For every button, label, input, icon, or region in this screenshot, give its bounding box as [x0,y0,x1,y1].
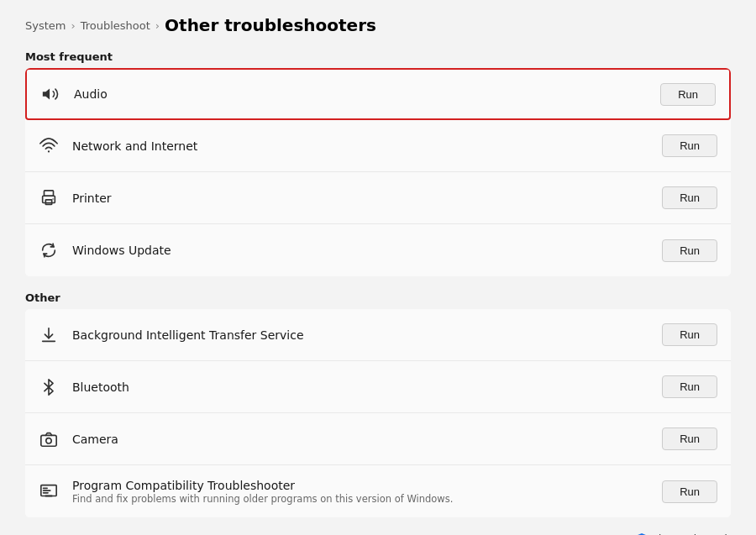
svg-rect-2 [45,190,54,195]
network-label: Network and Internet [72,139,648,153]
audio-run-button[interactable]: Run [660,83,716,106]
breadcrumb-system[interactable]: System [25,19,66,32]
program-compat-run-button[interactable]: Run [662,480,717,503]
breadcrumb-current: Other troubleshooters [165,15,376,35]
program-compat-label: Program Compatibility Troubleshooter [72,479,648,492]
svg-point-1 [48,150,50,152]
svg-marker-0 [43,89,50,100]
section-most-frequent: Most frequent Audio Run [25,50,731,276]
camera-icon [39,429,59,449]
camera-run-button[interactable]: Run [662,427,717,450]
most-frequent-list: Audio Run Network and Internet Run [25,68,731,276]
bluetooth-run-button[interactable]: Run [662,375,717,398]
printer-label: Printer [72,191,648,205]
svg-rect-8 [41,435,56,446]
section-other: Other Background Intelligent Transfer Se… [25,291,731,517]
section-label-most-frequent: Most frequent [25,50,731,63]
list-item-bluetooth: Bluetooth Run [25,361,731,413]
svg-rect-4 [45,199,51,204]
printer-icon [39,188,59,208]
network-run-button[interactable]: Run [662,134,717,157]
download-icon [39,325,59,345]
list-item-audio: Audio Run [25,68,731,120]
svg-point-9 [46,438,51,443]
other-list: Background Intelligent Transfer Service … [25,309,731,517]
audio-icon [40,84,60,104]
breadcrumb-troubleshoot[interactable]: Troubleshoot [81,19,150,32]
svg-point-5 [52,198,53,199]
bits-run-button[interactable]: Run [662,323,717,346]
bits-label: Background Intelligent Transfer Service [72,328,648,342]
list-item-program-compat: Program Compatibility Troubleshooter Fin… [25,465,731,517]
breadcrumb-sep-1: › [71,19,75,32]
compat-icon [39,481,59,501]
audio-label: Audio [74,87,647,101]
bluetooth-label: Bluetooth [72,380,648,394]
program-compat-subtitle: Find and fix problems with running older… [72,493,648,505]
camera-label: Camera [72,433,648,446]
list-item-printer: Printer Run [25,172,731,224]
breadcrumb-sep-2: › [155,19,160,32]
list-item-network: Network and Internet Run [25,120,731,172]
printer-run-button[interactable]: Run [662,186,717,209]
list-item-bits: Background Intelligent Transfer Service … [25,309,731,361]
program-compat-text: Program Compatibility Troubleshooter Fin… [72,479,648,505]
bluetooth-icon [39,377,59,397]
update-icon [39,240,59,260]
breadcrumb: System › Troubleshoot › Other troublesho… [25,15,731,35]
list-item-camera: Camera Run [25,413,731,465]
windows-update-label: Windows Update [72,244,648,257]
section-label-other: Other [25,291,731,304]
list-item-windows-update: Windows Update Run [25,224,731,276]
windows-update-run-button[interactable]: Run [662,239,717,262]
network-icon [39,136,59,156]
